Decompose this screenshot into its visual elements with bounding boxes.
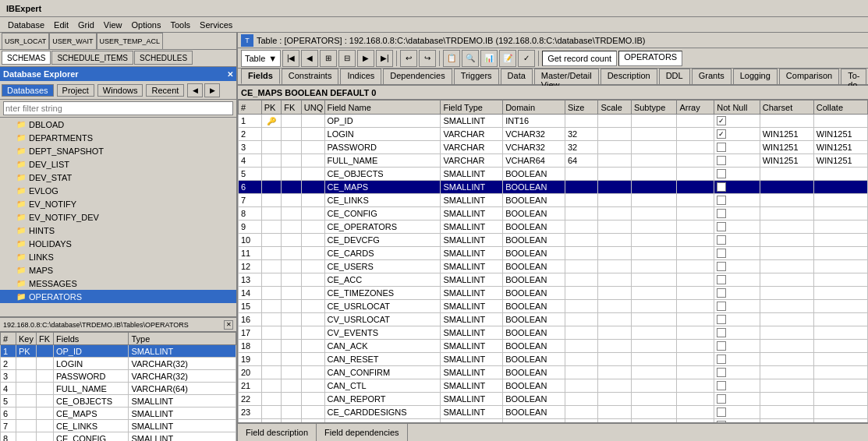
tree-item-hints[interactable]: 📁HINTS	[0, 224, 236, 237]
tab-ddl[interactable]: DDL	[659, 69, 690, 84]
toolbar-btn-6[interactable]: 🔍	[462, 50, 479, 67]
menu-services[interactable]: Services	[195, 19, 237, 30]
table-row[interactable]: 23 CE_CARDDESIGNS SMALLINT BOOLEAN	[239, 406, 868, 419]
tab-constraints[interactable]: Constraints	[282, 69, 339, 84]
table-row[interactable]: 17 CV_EVENTS SMALLINT BOOLEAN	[239, 326, 868, 340]
tree-item-links[interactable]: 📁LINKS	[0, 250, 236, 263]
menu-database[interactable]: Database	[3, 19, 49, 30]
table-row[interactable]: 12 CE_USERS SMALLINT BOOLEAN	[239, 260, 868, 273]
tree-item-dept-snapshot[interactable]: 📁DEPT_SNAPSHOT	[0, 144, 236, 157]
table-row[interactable]: 5 CE_OBJECTS SMALLINT BOOLEAN	[239, 168, 868, 181]
table-row[interactable]: 7 CE_LINKS SMALLINT BOOLEAN	[239, 194, 868, 207]
table-row[interactable]: 16 CV_USRLOCAT SMALLINT BOOLEAN	[239, 313, 868, 326]
tab-logging[interactable]: Logging	[733, 69, 778, 84]
bl-field: OP_ID	[53, 345, 128, 358]
toolbar-btn-4[interactable]: ↪	[419, 50, 436, 67]
table-row[interactable]: 18 CAN_ACK SMALLINT BOOLEAN	[239, 340, 868, 353]
list-item[interactable]: 8 CE_CONFIG SMALLINT	[1, 432, 236, 442]
nav-prev-btn[interactable]: ◀	[301, 50, 318, 67]
tab-fields[interactable]: Fields	[241, 69, 280, 84]
toolbar-btn-8[interactable]: 📝	[499, 50, 516, 67]
nav-recent[interactable]: Recent	[146, 84, 184, 97]
tab-indices[interactable]: Indices	[340, 69, 381, 84]
tab-todo[interactable]: To-do	[841, 69, 866, 84]
field-description-tab[interactable]: Field description	[238, 424, 317, 441]
list-item[interactable]: 7 CE_LINKS SMALLINT	[1, 420, 236, 432]
toolbar-btn-7[interactable]: 📊	[480, 50, 498, 67]
nav-forward[interactable]: ▶	[204, 83, 220, 97]
list-item[interactable]: 1 PK OP_ID SMALLINT	[1, 345, 236, 358]
nav-databases[interactable]: Databases	[2, 84, 54, 97]
close-bottom-left[interactable]: ✕	[224, 320, 233, 330]
list-item[interactable]: 3 PASSWORD VARCHAR(32)	[1, 370, 236, 383]
menu-grid[interactable]: Grid	[73, 19, 99, 30]
nav-last-btn[interactable]: ▶|	[376, 50, 393, 67]
tab-master-detail[interactable]: Master/Detail View	[534, 69, 599, 84]
menu-options[interactable]: Options	[127, 19, 166, 30]
folder-icon: 📁	[16, 225, 27, 236]
usr-wait-btn[interactable]: USER_WAIT	[49, 33, 96, 50]
table-row[interactable]: 19 CAN_RESET SMALLINT BOOLEAN	[239, 353, 868, 366]
nav-first-btn[interactable]: |◀	[282, 50, 299, 67]
menu-view[interactable]: View	[99, 19, 127, 30]
list-item[interactable]: 4 FULL_NAME VARCHAR(64)	[1, 383, 236, 395]
table-row[interactable]: 15 CE_USRLOCAT SMALLINT BOOLEAN	[239, 300, 868, 313]
menu-tools[interactable]: Tools	[165, 19, 195, 30]
toolbar-btn-5[interactable]: 📋	[443, 50, 460, 67]
toolbar-btn-1[interactable]: ⊞	[320, 50, 337, 67]
schema-tab-schemas[interactable]: SCHEMAS	[2, 51, 51, 65]
tab-comparison[interactable]: Comparison	[779, 69, 839, 84]
table-row[interactable]: 20 CAN_CONFIRM SMALLINT BOOLEAN	[239, 366, 868, 379]
tree-item-evlog[interactable]: 📁EVLOG	[0, 184, 236, 197]
tree-item-ev-notify-dev[interactable]: 📁EV_NOTIFY_DEV	[0, 210, 236, 224]
tree-item-messages[interactable]: 📁MESSAGES	[0, 277, 236, 290]
field-dependencies-tab[interactable]: Field dependencies	[317, 424, 407, 441]
toolbar-btn-9[interactable]: ✓	[518, 50, 535, 67]
table-row[interactable]: 9 CE_OPERATORS SMALLINT BOOLEAN	[239, 220, 868, 234]
table-row[interactable]: 6 CE_MAPS SMALLINT BOOLEAN	[239, 181, 868, 194]
tree-item-ev-notify[interactable]: 📁EV_NOTIFY	[0, 197, 236, 210]
list-item[interactable]: 2 LOGIN VARCHAR(32)	[1, 358, 236, 370]
toolbar-btn-3[interactable]: ↩	[400, 50, 417, 67]
filter-input[interactable]	[3, 101, 233, 115]
nav-back[interactable]: ◀	[187, 83, 203, 97]
close-db-explorer[interactable]: ✕	[227, 70, 233, 79]
table-row[interactable]: 8 CE_CONFIG SMALLINT BOOLEAN	[239, 207, 868, 220]
tab-description[interactable]: Description	[601, 69, 657, 84]
nav-windows[interactable]: Windows	[97, 84, 143, 97]
nav-next-btn[interactable]: ▶	[357, 50, 374, 67]
get-record-count-btn[interactable]: Get record count	[542, 51, 617, 66]
list-item[interactable]: 6 CE_MAPS SMALLINT	[1, 407, 236, 420]
table-row[interactable]: 10 CE_DEVCFG SMALLINT BOOLEAN	[239, 234, 868, 247]
user-temp-acl-btn[interactable]: USER_TEMP_ACL	[97, 33, 164, 50]
tree-item-dev-stat[interactable]: 📁DEV_STAT	[0, 171, 236, 184]
table-row[interactable]: 4 FULL_NAME VARCHAR VCHAR64 64 WIN1251 W…	[239, 154, 868, 168]
table-row[interactable]: 13 CE_ACC SMALLINT BOOLEAN	[239, 273, 868, 287]
table-row[interactable]: 2 LOGIN VARCHAR VCHAR32 32 ✓ WIN1251 WIN…	[239, 128, 868, 141]
tree-item-maps[interactable]: 📁MAPS	[0, 263, 236, 277]
table-row[interactable]: 11 CE_CARDS SMALLINT BOOLEAN	[239, 247, 868, 260]
table-row[interactable]: 21 CAN_CTL SMALLINT BOOLEAN	[239, 379, 868, 393]
schema-tab-schedule-items[interactable]: SCHEDULE_ITEMS	[51, 51, 133, 65]
table-row[interactable]: 14 CE_TIMEZONES SMALLINT BOOLEAN	[239, 287, 868, 300]
cell-num: 16	[239, 313, 262, 326]
table-dropdown[interactable]: Table ▼	[241, 50, 281, 67]
tree-item-holidays[interactable]: 📁HOLIDAYS	[0, 237, 236, 250]
tab-triggers[interactable]: Triggers	[454, 69, 499, 84]
tree-item-operators[interactable]: 📁OPERATORS	[0, 290, 236, 303]
tree-item-dbload[interactable]: 📁DBLOAD	[0, 118, 236, 131]
table-row[interactable]: 1 🔑 OP_ID SMALLINT INT16 ✓	[239, 115, 868, 128]
table-row[interactable]: 22 CAN_REPORT SMALLINT BOOLEAN	[239, 393, 868, 406]
usr-locat-btn[interactable]: USR_LOCAT	[2, 33, 49, 50]
toolbar-btn-2[interactable]: ⊟	[338, 50, 356, 67]
schema-tab-schedules[interactable]: SCHEDULES	[134, 51, 193, 65]
tree-item-dev-list[interactable]: 📁DEV_LIST	[0, 157, 236, 171]
menu-edit[interactable]: Edit	[49, 19, 73, 30]
table-row[interactable]: 3 PASSWORD VARCHAR VCHAR32 32 WIN1251 WI…	[239, 141, 868, 154]
list-item[interactable]: 5 CE_OBJECTS SMALLINT	[1, 395, 236, 407]
tab-grants[interactable]: Grants	[692, 69, 732, 84]
nav-project[interactable]: Project	[57, 84, 94, 97]
tab-data[interactable]: Data	[501, 69, 533, 84]
tree-item-departments[interactable]: 📁DEPARTMENTS	[0, 131, 236, 144]
tab-dependencies[interactable]: Dependencies	[383, 69, 452, 84]
